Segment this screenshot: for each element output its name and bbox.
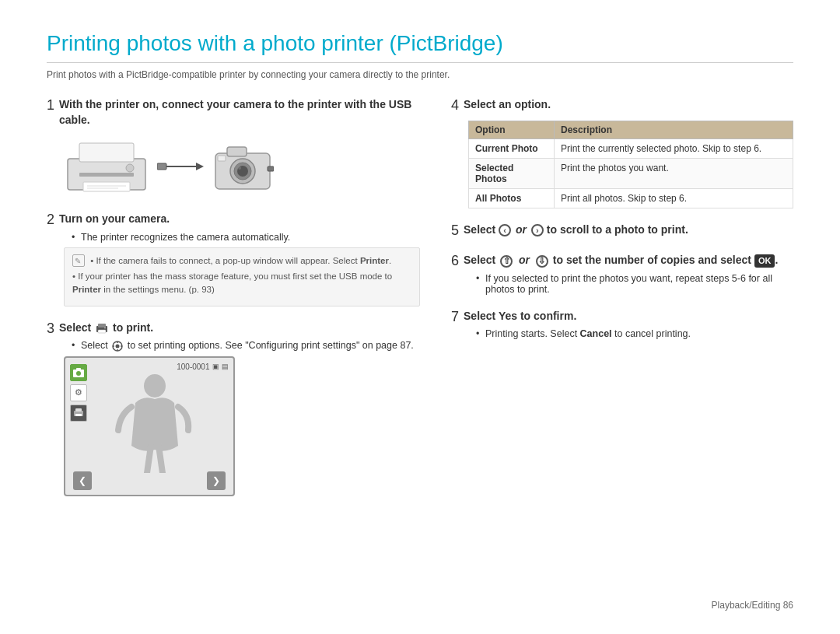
svg-rect-17	[268, 166, 274, 171]
desc-all-photos: Print all photos. Skip to step 6.	[555, 188, 793, 208]
toolbar-photo-icon	[70, 364, 87, 381]
step-2-bullet-1: The printer recognizes the camera automa…	[72, 232, 420, 243]
settings-btn-icon	[112, 341, 123, 352]
down-arrow-btn: ⇩	[536, 255, 548, 268]
page-subtitle: Print photos with a PictBridge-compatibl…	[47, 69, 793, 80]
screen-nav: ❮ ❯	[65, 471, 233, 490]
svg-point-34	[144, 374, 166, 398]
svg-rect-9	[157, 163, 166, 170]
step-6-number: 6	[451, 253, 459, 270]
table-row: Current Photo Print the currently select…	[469, 138, 793, 158]
option-selected-photos: Selected Photos	[469, 158, 555, 188]
svg-rect-11	[227, 147, 247, 156]
step-7-bullet-1: Printing starts. Select Cancel to cancel…	[476, 328, 793, 339]
svg-rect-33	[75, 414, 82, 416]
step-7: 7 Select Yes to confirm. Printing starts…	[451, 309, 793, 340]
table-header-option: Option	[469, 121, 555, 138]
step-7-number: 7	[451, 309, 459, 326]
or-label: or	[516, 223, 530, 236]
screen-mode-icons: ▣ ▤	[212, 363, 229, 370]
screen-counter: 100-0001	[177, 363, 209, 371]
table-row: Selected Photos Print the photos you wan…	[469, 158, 793, 188]
svg-rect-19	[98, 324, 106, 328]
step-3-number: 3	[47, 321, 54, 338]
prev-arrow[interactable]: ❮	[73, 471, 92, 490]
left-arrow-btn: ‹	[499, 224, 511, 236]
svg-point-15	[238, 166, 241, 170]
svg-point-23	[116, 344, 120, 348]
printer-camera-illustration	[64, 135, 420, 198]
page-footer: Playback/Editing 86	[712, 600, 793, 611]
up-arrow-btn: ⇧	[500, 255, 513, 268]
step-3-bullet-1: Select to set printing options. See "Con…	[72, 340, 420, 352]
svg-rect-16	[218, 156, 226, 161]
printer-icon	[64, 135, 149, 198]
camera-screen-preview: ⚙ 100-0001 ▣ ▤ ❮ ❯	[64, 356, 235, 496]
desc-current-photo: Print the currently selected photo. Skip…	[555, 138, 793, 158]
step-6: 6 Select ⇧ or ⇩ to set the number of cop…	[451, 253, 793, 295]
step-2-title: Turn on your camera.	[59, 212, 170, 227]
svg-rect-32	[75, 408, 82, 412]
option-all-photos: All Photos	[469, 188, 555, 208]
svg-rect-1	[79, 143, 134, 162]
option-table: Option Description Current Photo Print t…	[468, 121, 793, 208]
page-title: Printing photos with a photo printer (Pi…	[47, 31, 793, 63]
right-arrow-btn: ›	[531, 224, 544, 236]
print-btn-icon	[96, 323, 108, 334]
step-2-number: 2	[47, 212, 54, 229]
usb-cable-icon	[157, 155, 204, 178]
svg-marker-8	[196, 163, 204, 170]
svg-point-29	[76, 371, 81, 376]
step-2: 2 Turn on your camera. The printer recog…	[47, 212, 420, 306]
step-4-title: Select an option.	[464, 97, 551, 113]
screen-top-bar: 100-0001 ▣ ▤	[177, 363, 229, 371]
ok-symbol: OK	[754, 254, 775, 268]
table-row: All Photos Print all photos. Skip to ste…	[469, 188, 793, 208]
camera-icon	[212, 139, 274, 194]
svg-point-4	[126, 164, 134, 172]
screen-toolbar: ⚙	[70, 364, 87, 422]
step-5: 5 Select ‹ or › to scroll to a photo to …	[451, 222, 793, 240]
step-2-note-box: • If the camera fails to connect, a pop-…	[64, 247, 420, 306]
table-header-description: Description	[555, 121, 793, 138]
svg-rect-20	[98, 330, 106, 333]
step-4: 4 Select an option. Option Description C…	[451, 97, 793, 208]
svg-rect-2	[79, 173, 134, 177]
step-5-title: Select ‹ or › to scroll to a photo to pr…	[464, 222, 688, 238]
person-silhouette	[112, 372, 205, 473]
step-1: 1 With the printer on, connect your came…	[47, 97, 420, 198]
svg-rect-3	[83, 182, 130, 191]
step-3-title: Select to print.	[59, 321, 153, 336]
step-1-number: 1	[47, 97, 54, 114]
toolbar-print-icon	[70, 405, 87, 422]
step-4-number: 4	[451, 97, 459, 114]
step-3: 3 Select to print. Select	[47, 321, 420, 496]
svg-rect-30	[76, 368, 81, 370]
step-7-title: Select Yes to confirm.	[464, 309, 576, 324]
desc-selected-photos: Print the photos you want.	[555, 158, 793, 188]
step-5-number: 5	[451, 222, 459, 240]
step-6-title: Select ⇧ or ⇩ to set the number of copie…	[464, 253, 778, 268]
step-1-title: With the printer on, connect your camera…	[59, 97, 420, 128]
option-current-photo: Current Photo	[469, 138, 555, 158]
toolbar-settings-icon: ⚙	[70, 384, 87, 401]
next-arrow[interactable]: ❯	[207, 471, 226, 490]
svg-point-21	[104, 327, 106, 328]
step-6-bullet-1: If you selected to print the photos you …	[476, 273, 793, 295]
or-label-2: or	[519, 254, 533, 266]
